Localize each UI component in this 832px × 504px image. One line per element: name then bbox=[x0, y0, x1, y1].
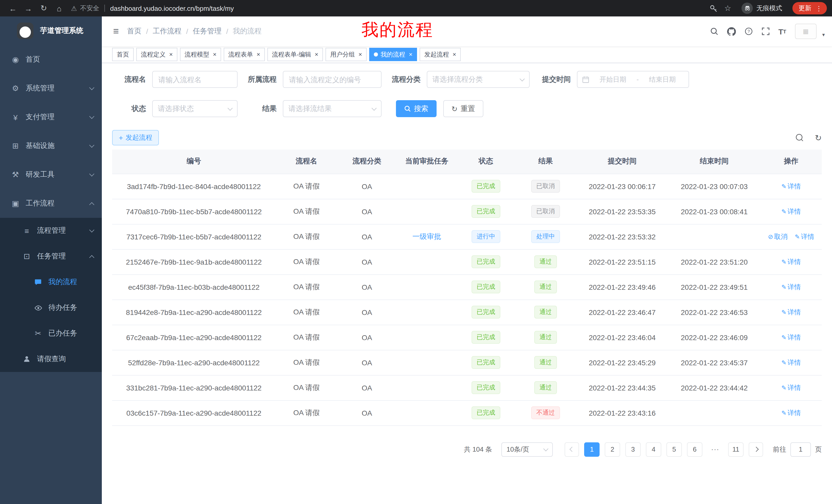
detail-action[interactable]: ✎详情 bbox=[781, 409, 801, 416]
tab-home[interactable]: 首页 bbox=[112, 48, 134, 61]
tab-my-process[interactable]: 我的流程× bbox=[369, 48, 417, 61]
sidebar-item-payment-management[interactable]: ¥支付管理 bbox=[0, 103, 102, 132]
sidebar-item-system-management[interactable]: ⚙系统管理 bbox=[0, 74, 102, 103]
page-button-1[interactable]: 1 bbox=[584, 442, 600, 456]
github-icon[interactable] bbox=[727, 27, 735, 36]
tab-process-model[interactable]: 流程模型× bbox=[180, 48, 221, 61]
page-button-5[interactable]: 5 bbox=[667, 442, 682, 456]
cell-id: 7317cec6-7b9b-11ec-b5b7-acde48001122 bbox=[112, 224, 276, 249]
breadcrumb: 首页/工作流程/任务管理/我的流程 bbox=[127, 27, 261, 36]
sidebar-item-leave-query[interactable]: 请假查询 bbox=[0, 346, 102, 372]
goto-page-input[interactable] bbox=[790, 442, 811, 456]
category-select[interactable]: 请选择流程分类 bbox=[427, 71, 530, 88]
page-button-11[interactable]: 11 bbox=[728, 442, 744, 456]
close-icon[interactable]: × bbox=[315, 51, 318, 58]
column-header: 结束时间 bbox=[668, 149, 760, 174]
cell-submit-time: 2022-01-22 23:53:35 bbox=[576, 199, 668, 224]
task-link[interactable]: 一级审批 bbox=[412, 232, 441, 240]
avatar[interactable]: ▦ bbox=[795, 24, 816, 39]
reset-button[interactable]: ↻ 重置 bbox=[443, 100, 483, 117]
detail-action[interactable]: ✎详情 bbox=[781, 308, 801, 316]
bookmark-star-icon[interactable]: ☆ bbox=[724, 4, 731, 13]
reload-icon[interactable]: ↻ bbox=[36, 4, 51, 13]
result-select[interactable]: 请选择流结果 bbox=[283, 100, 382, 117]
sidebar-item-done-tasks[interactable]: ✂已办任务 bbox=[0, 320, 102, 346]
sidebar-item-task-management[interactable]: ⊡任务管理 bbox=[0, 244, 102, 269]
column-header: 编号 bbox=[112, 149, 276, 174]
process-name-input[interactable] bbox=[152, 71, 238, 88]
close-icon[interactable]: × bbox=[452, 51, 456, 58]
tab-label: 流程表单-编辑 bbox=[272, 50, 311, 59]
refresh-table-icon[interactable]: ↻ bbox=[815, 133, 822, 143]
sidebar-item-infrastructure[interactable]: ⊞基础设施 bbox=[0, 132, 102, 160]
cell-name: OA 请假 bbox=[276, 400, 337, 425]
detail-action[interactable]: ✎详情 bbox=[781, 283, 801, 290]
detail-action[interactable]: ✎详情 bbox=[781, 358, 801, 366]
breadcrumb-item[interactable]: 工作流程 bbox=[153, 27, 182, 36]
key-icon[interactable] bbox=[709, 4, 717, 12]
sidebar-item-my-process[interactable]: 我的流程 bbox=[0, 269, 102, 295]
next-page-button[interactable] bbox=[749, 442, 763, 456]
caret-down-icon[interactable]: ▾ bbox=[822, 32, 825, 37]
breadcrumb-item[interactable]: 首页 bbox=[127, 27, 141, 36]
close-icon[interactable]: × bbox=[213, 51, 216, 58]
page-button-2[interactable]: 2 bbox=[605, 442, 620, 456]
sidebar-item-workflow[interactable]: ▣工作流程 bbox=[0, 189, 102, 218]
sidebar-item-process-management[interactable]: ≡流程管理 bbox=[0, 218, 102, 244]
cell-task bbox=[396, 274, 457, 300]
sidebar-item-dev-tools[interactable]: ⚒研发工具 bbox=[0, 160, 102, 189]
tab-process-form-edit[interactable]: 流程表单-编辑× bbox=[267, 48, 323, 61]
detail-action[interactable]: ✎详情 bbox=[781, 258, 801, 265]
calendar-icon bbox=[582, 76, 589, 83]
detail-action[interactable]: ✎详情 bbox=[795, 232, 814, 240]
search-icon[interactable] bbox=[710, 27, 718, 35]
tab-label: 流程模型 bbox=[185, 50, 209, 59]
active-dot-icon bbox=[374, 52, 378, 57]
font-size-icon[interactable]: TT bbox=[778, 27, 786, 36]
close-icon[interactable]: × bbox=[409, 51, 412, 58]
start-process-button[interactable]: + 发起流程 bbox=[112, 130, 159, 145]
forward-icon[interactable]: → bbox=[21, 4, 36, 12]
sidebar-item-todo-tasks[interactable]: 待办任务 bbox=[0, 295, 102, 320]
cancel-action[interactable]: ⊘取消 bbox=[768, 232, 787, 240]
page-button-6[interactable]: 6 bbox=[687, 442, 702, 456]
cell-end-time bbox=[668, 400, 760, 425]
close-icon[interactable]: × bbox=[358, 51, 362, 58]
search-button[interactable]: 搜索 bbox=[396, 100, 437, 117]
sidebar-item-home[interactable]: ◉首页 bbox=[0, 45, 102, 74]
tab-start-process[interactable]: 发起流程× bbox=[420, 48, 461, 61]
tab-user-group[interactable]: 用户分组× bbox=[326, 48, 367, 61]
update-button[interactable]: 更新 ⋮ bbox=[792, 2, 827, 15]
menu-dots-icon[interactable]: ⋮ bbox=[815, 4, 822, 12]
filter-form: 流程名 所属流程 流程分类 请选择流程分类 提交时间 开始日期 bbox=[102, 63, 832, 117]
back-icon[interactable]: ← bbox=[5, 4, 21, 12]
site-security[interactable]: ⚠ 不安全 bbox=[71, 4, 99, 12]
owner-process-input[interactable] bbox=[283, 71, 382, 88]
detail-action[interactable]: ✎详情 bbox=[781, 333, 801, 341]
page-button-3[interactable]: 3 bbox=[625, 442, 641, 456]
url-bar[interactable]: dashboard.yudao.iocoder.cn/bpm/task/my bbox=[110, 4, 234, 12]
breadcrumb-item[interactable]: 任务管理 bbox=[193, 27, 222, 36]
page-size-select[interactable]: 10条/页 bbox=[501, 442, 553, 456]
help-icon[interactable]: ? bbox=[744, 27, 753, 35]
home-icon[interactable]: ⌂ bbox=[51, 4, 67, 12]
cell-status: 已完成 bbox=[457, 174, 515, 199]
detail-action[interactable]: ✎详情 bbox=[781, 182, 801, 190]
detail-action[interactable]: ✎详情 bbox=[781, 384, 801, 391]
breadcrumb-item[interactable]: 我的流程 bbox=[233, 27, 262, 36]
status-select[interactable]: 请选择状态 bbox=[152, 100, 238, 117]
close-icon[interactable]: × bbox=[257, 51, 260, 58]
tab-process-form[interactable]: 流程表单× bbox=[224, 48, 265, 61]
fullscreen-icon[interactable] bbox=[761, 27, 770, 35]
page-button-4[interactable]: 4 bbox=[646, 442, 661, 456]
hamburger-icon[interactable]: ≡ bbox=[113, 26, 119, 37]
tab-process-definition[interactable]: 流程定义× bbox=[136, 48, 177, 61]
page-ellipsis[interactable]: ··· bbox=[707, 442, 723, 456]
show-search-icon[interactable] bbox=[795, 134, 803, 142]
cell-name: OA 请假 bbox=[276, 375, 337, 400]
prev-page-button[interactable] bbox=[565, 442, 579, 456]
table-row: 819442e8-7b9a-11ec-a290-acde48001122OA 请… bbox=[112, 300, 822, 325]
date-range-picker[interactable]: 开始日期 - 结束日期 bbox=[577, 71, 689, 88]
close-icon[interactable]: × bbox=[169, 51, 173, 58]
detail-action[interactable]: ✎详情 bbox=[781, 207, 801, 215]
